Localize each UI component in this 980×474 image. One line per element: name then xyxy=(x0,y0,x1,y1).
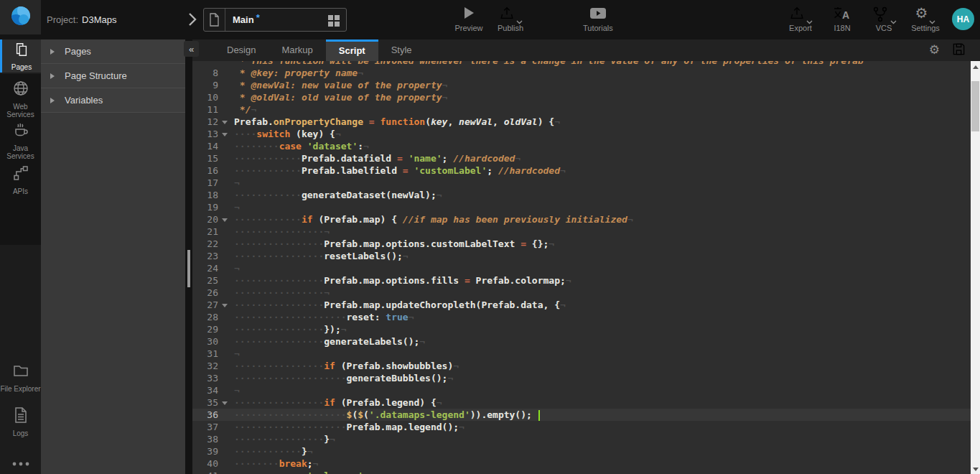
line-number: 19 xyxy=(192,201,218,213)
line-number: 39 xyxy=(192,445,218,457)
code-line-34[interactable]: 34¬ xyxy=(192,384,971,396)
avatar[interactable]: HA xyxy=(952,8,974,30)
code-line-30[interactable]: 30················generateLabels();¬ xyxy=(192,335,971,348)
script-editor[interactable]: * This function will be invoked whenever… xyxy=(192,61,980,474)
code-line-16[interactable]: 16············Prefab.labelfield = 'custo… xyxy=(192,164,971,177)
panel-section-variables[interactable]: Variables xyxy=(41,88,185,113)
topbar-vcs-button[interactable]: VCS xyxy=(869,6,898,32)
sidebar-item-more[interactable] xyxy=(0,455,41,469)
line-number: 17 xyxy=(192,177,218,189)
code-line-12[interactable]: 12Prefab.onPropertyChange = function(key… xyxy=(192,116,971,128)
code-line-35[interactable]: 35················if (Prefab.legend) {¬ xyxy=(192,396,971,409)
line-text: ················generateLabels();¬ xyxy=(234,335,971,348)
code-line-9[interactable]: 9 * @newVal: new value of the property¬ xyxy=(192,79,971,91)
code-line-39[interactable]: 39············}¬ xyxy=(192,445,971,457)
sidebar-item-pages[interactable]: Pages xyxy=(0,40,41,73)
page-tab-label: Main xyxy=(233,14,254,25)
code-line-19[interactable]: 19¬ xyxy=(192,201,971,213)
gutter: 10 xyxy=(192,91,234,103)
page-tab-main[interactable]: Main * xyxy=(203,8,347,32)
panel-section-page-structure[interactable]: Page Structure xyxy=(41,64,185,88)
line-text: ············if (Prefab.map) { //if map h… xyxy=(234,213,971,226)
topbar-i18n-button[interactable]: AI18N xyxy=(828,6,857,32)
gutter: 25 xyxy=(192,274,234,287)
fold-triangle-icon[interactable] xyxy=(222,121,228,124)
save-button[interactable] xyxy=(952,42,966,59)
gutter: 34 xyxy=(192,384,234,396)
line-text: ····················Prefab.map.legend();… xyxy=(234,421,971,433)
code-line-20[interactable]: 20············if (Prefab.map) { //if map… xyxy=(192,213,971,226)
gutter: 16 xyxy=(192,164,234,177)
code-line-17[interactable]: 17¬ xyxy=(192,177,971,189)
topbar-preview-button[interactable]: Preview xyxy=(454,6,483,32)
gutter: 29 xyxy=(192,323,234,335)
page-switcher-grid-icon[interactable] xyxy=(328,15,340,27)
sidebar-item-logs[interactable]: Logs xyxy=(0,404,41,440)
fold-triangle-icon[interactable] xyxy=(222,133,228,136)
tab-design[interactable]: Design xyxy=(214,40,269,61)
code-line-27[interactable]: 27················Prefab.map.updateChoro… xyxy=(192,299,971,311)
pages-icon xyxy=(14,42,29,60)
gutter: 8 xyxy=(192,67,234,79)
code-line-7[interactable]: * This function will be invoked whenever… xyxy=(192,61,971,67)
line-text: ············Prefab.labelfield = 'customL… xyxy=(234,164,971,177)
fold-triangle-icon[interactable] xyxy=(222,304,228,307)
code-line-23[interactable]: 23················resetLabels();¬ xyxy=(192,250,971,262)
line-text: * @oldVal: old value of the property¬ xyxy=(234,91,971,103)
sidebar-item-web-services[interactable]: Web Services xyxy=(0,78,41,119)
topbar-publish-button[interactable]: Publish xyxy=(496,6,525,32)
code-line-36[interactable]: 36····················$($('.datamaps-leg… xyxy=(192,409,971,421)
line-text: ················Prefab.map.updateChoropl… xyxy=(234,299,971,311)
app-logo[interactable] xyxy=(0,0,41,34)
line-number: 10 xyxy=(192,91,218,103)
code-line-8[interactable]: 8 * @key: property name¬ xyxy=(192,67,971,79)
action-label: Settings xyxy=(911,24,940,32)
code-line-40[interactable]: 40········break;¬ xyxy=(192,457,971,470)
gutter: 36 xyxy=(192,409,234,421)
gutter: 28 xyxy=(192,311,234,323)
scroll-down-arrow-icon[interactable] xyxy=(973,468,979,471)
code-line-25[interactable]: 25················Prefab.map.options.fil… xyxy=(192,274,971,287)
fold-triangle-icon[interactable] xyxy=(222,218,228,222)
tab-markup[interactable]: Markup xyxy=(269,40,325,61)
code-line-18[interactable]: 18············generateDataset(newVal);¬ xyxy=(192,189,971,201)
code-line-15[interactable]: 15············Prefab.datafield = 'name';… xyxy=(192,152,971,164)
topbar-export-button[interactable]: Export xyxy=(786,6,815,32)
editor-settings-button[interactable]: ⚙ xyxy=(929,43,940,57)
web-services-icon xyxy=(12,80,29,100)
sidebar-item-apis[interactable]: APIs xyxy=(0,162,41,198)
topbar-tutorials-button[interactable]: Tutorials xyxy=(583,6,613,32)
panel-section-pages[interactable]: Pages xyxy=(41,40,185,64)
code-line-29[interactable]: 29················});¬ xyxy=(192,323,971,335)
code-line-28[interactable]: 28····················reset: true¬ xyxy=(192,311,971,323)
tab-style[interactable]: Style xyxy=(378,40,425,61)
unsaved-marker: * xyxy=(256,12,260,23)
panel-collapse-button[interactable]: « xyxy=(184,41,199,57)
code-line-10[interactable]: 10 * @oldVal: old value of the property¬ xyxy=(192,91,971,103)
code-line-38[interactable]: 38················}¬ xyxy=(192,433,971,445)
scroll-up-arrow-icon[interactable] xyxy=(973,65,979,69)
code-line-11[interactable]: 11 */¬ xyxy=(192,103,971,116)
code-line-14[interactable]: 14········case 'dataset':¬ xyxy=(192,140,971,152)
code-line-22[interactable]: 22················Prefab.map.options.cus… xyxy=(192,238,971,250)
gutter: 14 xyxy=(192,140,234,152)
sidebar-item-file-explorer[interactable]: File Explorer xyxy=(0,360,41,404)
line-text: ····················$($('.datamaps-legen… xyxy=(234,409,971,421)
code-line-37[interactable]: 37····················Prefab.map.legend(… xyxy=(192,421,971,433)
code-line-41[interactable]: 41········case 'colormap': xyxy=(192,470,971,474)
editor-scrollbar-thumb[interactable] xyxy=(971,81,979,131)
code-line-24[interactable]: 24¬ xyxy=(192,262,971,274)
code-line-33[interactable]: 33····················generateBubbles();… xyxy=(192,372,971,384)
code-line-31[interactable]: 31¬ xyxy=(192,348,971,360)
code-line-21[interactable]: 21················¬ xyxy=(192,226,971,238)
line-number: 34 xyxy=(192,384,218,396)
sidebar-item-java-services[interactable]: Java Services xyxy=(0,119,41,161)
panel-scrollbar-thumb[interactable] xyxy=(187,250,190,287)
fold-triangle-icon[interactable] xyxy=(222,401,228,405)
topbar-settings-button[interactable]: ⚙Settings xyxy=(911,6,940,32)
line-number xyxy=(192,61,218,67)
tab-script[interactable]: Script xyxy=(326,40,378,61)
code-line-26[interactable]: 26················¬ xyxy=(192,287,971,299)
code-line-32[interactable]: 32················if (Prefab.showbubbles… xyxy=(192,360,971,372)
code-line-13[interactable]: 13····switch (key) {¬ xyxy=(192,128,971,140)
